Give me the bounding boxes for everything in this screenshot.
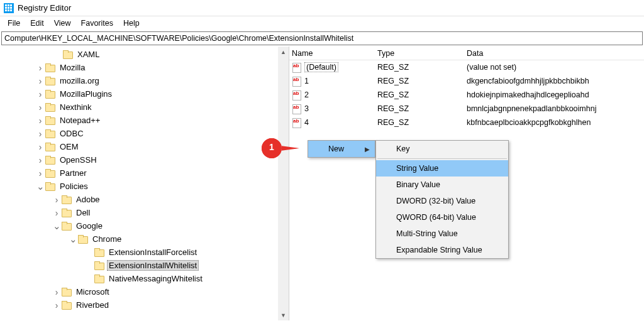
chevron-right-icon[interactable]: › <box>35 116 45 126</box>
folder-icon <box>62 301 72 310</box>
menu-view[interactable]: View <box>49 19 76 28</box>
chevron-right-icon[interactable]: › <box>35 155 45 165</box>
value-type: REG_SZ <box>377 118 467 127</box>
menu-bar: File Edit View Favorites Help <box>0 16 644 30</box>
submenu-key[interactable]: Key <box>376 141 508 157</box>
submenu-expandable-string-value[interactable]: Expandable String Value <box>376 242 508 258</box>
tree-item-label: Policies <box>58 181 90 192</box>
tree-item[interactable]: ›ODBC <box>0 127 289 140</box>
folder-icon <box>62 209 72 217</box>
submenu-string-value[interactable]: String Value <box>376 160 508 177</box>
folder-icon <box>78 235 88 244</box>
submenu-dword-value[interactable]: DWORD (32-bit) Value <box>376 193 508 209</box>
col-type[interactable]: Type <box>377 49 467 58</box>
svg-rect-9 <box>10 9 12 11</box>
tree-item[interactable]: ›Partner <box>0 166 289 180</box>
menu-help[interactable]: Help <box>118 19 145 28</box>
chevron-right-icon[interactable]: › <box>35 129 45 139</box>
menu-edit[interactable]: Edit <box>25 19 49 28</box>
step-number: 1 <box>269 142 274 152</box>
address-bar[interactable]: Computer\HKEY_LOCAL_MACHINE\SOFTWARE\Pol… <box>1 31 643 45</box>
tree-item-label: Adobe <box>74 194 102 205</box>
submenu-qword-value[interactable]: QWORD (64-bit) Value <box>376 209 508 226</box>
folder-icon <box>45 156 55 165</box>
tree-item[interactable]: ›Dell <box>0 206 289 219</box>
tree-item[interactable]: ⌄Chrome <box>0 232 289 246</box>
chevron-down-icon[interactable]: ⌄ <box>68 234 78 245</box>
submenu-multi-label: Multi-String Value <box>396 229 458 238</box>
chevron-right-icon[interactable]: › <box>35 76 45 86</box>
col-name[interactable]: Name <box>292 49 377 58</box>
folder-icon <box>94 261 104 270</box>
string-value-icon <box>292 104 302 113</box>
value-data: dkgencfabioofgdmhhjljpkbbchbikbh <box>467 77 644 85</box>
context-menu-new[interactable]: New ▶ <box>308 141 375 157</box>
tree-item[interactable]: NativeMessagingWhitelist <box>0 272 289 285</box>
value-data: bmnlcjabgnpnenekpadlanbbkooimhnj <box>467 104 644 113</box>
tree-item[interactable]: ›Adobe <box>0 193 289 206</box>
value-row[interactable]: 2REG_SZhdokiejnpimakedhajhdlcegeplioahd <box>289 88 644 102</box>
context-submenu: Key String Value Binary Value DWORD (32-… <box>375 140 509 259</box>
chevron-right-icon[interactable]: › <box>52 208 62 218</box>
chevron-down-icon[interactable]: ⌄ <box>52 220 62 232</box>
tree-item-label: XAML <box>75 49 101 60</box>
value-type: REG_SZ <box>377 77 467 85</box>
chevron-right-icon[interactable]: › <box>35 63 45 73</box>
tree-item-label: Google <box>74 220 104 231</box>
tree-item[interactable]: XAML <box>0 48 289 61</box>
window-title: Registry Editor <box>18 3 71 13</box>
value-row[interactable]: (Default)REG_SZ(value not set) <box>289 60 644 74</box>
tree-item[interactable]: ⌄Policies <box>0 180 289 193</box>
tree-item-label: Chrome <box>91 234 123 244</box>
tree-item-label: ExtensionInstallWhitelist <box>107 260 199 271</box>
tree-item[interactable]: ›Mozilla <box>0 61 289 74</box>
column-headers[interactable]: Name Type Data <box>289 46 644 60</box>
chevron-right-icon[interactable]: › <box>52 195 62 205</box>
folder-icon <box>94 275 104 283</box>
tree-item[interactable]: ›Notepad++ <box>0 114 289 127</box>
value-row[interactable]: 1REG_SZdkgencfabioofgdmhhjljpkbbchbikbh <box>289 74 644 88</box>
tree-item[interactable]: ›OpenSSH <box>0 153 289 166</box>
tree-item-label: Notepad++ <box>58 115 102 126</box>
tree-item[interactable]: ExtensionInstallForcelist <box>0 246 289 259</box>
chevron-right-icon[interactable]: › <box>35 142 45 152</box>
tree-item[interactable]: ExtensionInstallWhitelist <box>0 259 289 272</box>
submenu-binary-label: Binary Value <box>396 180 440 189</box>
svg-rect-2 <box>8 4 9 6</box>
scroll-up-icon[interactable]: ▲ <box>278 46 289 57</box>
submenu-dword-label: DWORD (32-bit) Value <box>396 197 475 205</box>
folder-icon <box>45 169 55 178</box>
chevron-right-icon[interactable]: › <box>52 287 62 297</box>
menu-favorites[interactable]: Favorites <box>76 19 118 28</box>
tree-item[interactable]: ›MozillaPlugins <box>0 87 289 101</box>
value-data: hdokiejnpimakedhajhdlcegeplioahd <box>467 90 644 99</box>
tree-item[interactable]: ›OEM <box>0 140 289 153</box>
menu-file[interactable]: File <box>3 19 25 28</box>
svg-rect-6 <box>10 7 12 9</box>
svg-rect-4 <box>5 7 7 9</box>
chevron-right-icon[interactable]: › <box>52 300 62 310</box>
value-name: (Default) <box>304 62 338 72</box>
value-row[interactable]: 4REG_SZkbfnbcaeplbcioakkpcpgfkobkghlhen <box>289 116 644 129</box>
tree-item[interactable]: ›Microsoft <box>0 285 289 298</box>
submenu-qword-label: QWORD (64-bit) Value <box>396 213 476 222</box>
submenu-binary-value[interactable]: Binary Value <box>376 177 508 193</box>
chevron-right-icon[interactable]: › <box>35 89 45 99</box>
submenu-multi-string-value[interactable]: Multi-String Value <box>376 226 508 242</box>
submenu-string-label: String Value <box>396 164 438 173</box>
tree-item[interactable]: ›Riverbed <box>0 298 289 312</box>
scroll-down-icon[interactable]: ▼ <box>278 310 289 320</box>
tree-item[interactable]: ›Nexthink <box>0 101 289 114</box>
chevron-down-icon[interactable]: ⌄ <box>35 181 45 192</box>
tree-scrollbar[interactable]: ▲ ▼ <box>278 46 289 320</box>
value-name: 2 <box>304 90 309 99</box>
value-row[interactable]: 3REG_SZbmnlcjabgnpnenekpadlanbbkooimhnj <box>289 102 644 116</box>
chevron-right-icon[interactable]: › <box>35 102 45 112</box>
string-value-icon <box>292 77 302 85</box>
tree-item[interactable]: ⌄Google <box>0 219 289 232</box>
tree-item[interactable]: ›mozilla.org <box>0 74 289 87</box>
value-name: 4 <box>304 118 309 127</box>
chevron-right-icon[interactable]: › <box>35 168 45 178</box>
col-data[interactable]: Data <box>467 49 644 58</box>
tree-item-label: Riverbed <box>74 300 111 310</box>
